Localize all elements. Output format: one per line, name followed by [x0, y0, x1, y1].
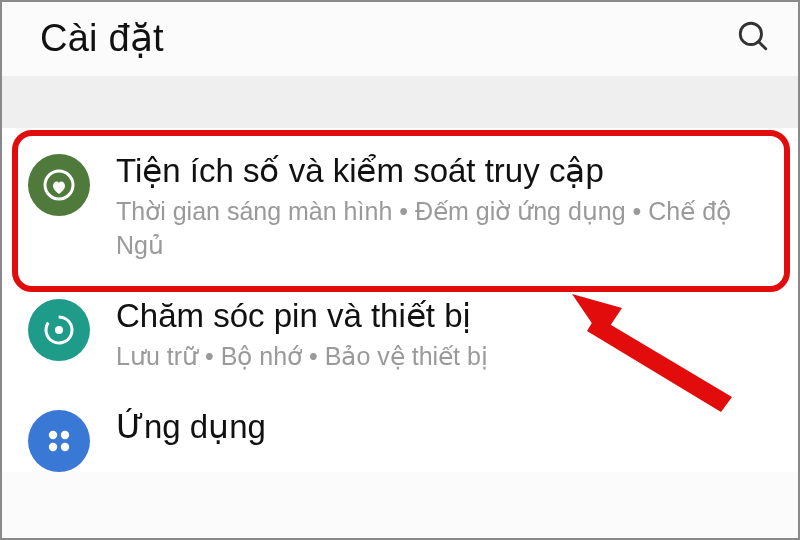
search-icon[interactable]	[736, 19, 770, 57]
svg-point-4	[55, 326, 63, 334]
device-care-icon	[28, 299, 90, 361]
settings-screen: Cài đặt Tiện ích số và kiểm soát truy cậ…	[0, 0, 800, 540]
svg-line-1	[759, 42, 766, 49]
item-title: Ứng dụng	[116, 406, 772, 447]
item-body: Ứng dụng	[116, 406, 772, 450]
item-body: Chăm sóc pin và thiết bị Lưu trữ • Bộ nh…	[116, 295, 772, 374]
svg-point-5	[49, 431, 57, 439]
svg-point-7	[49, 443, 57, 451]
svg-point-8	[61, 443, 69, 451]
item-title: Tiện ích số và kiểm soát truy cập	[116, 150, 772, 191]
wellbeing-icon	[28, 154, 90, 216]
svg-point-6	[61, 431, 69, 439]
header-bar: Cài đặt	[2, 2, 798, 70]
apps-icon	[28, 410, 90, 472]
item-title: Chăm sóc pin và thiết bị	[116, 295, 772, 336]
settings-list: Tiện ích số và kiểm soát truy cập Thời g…	[2, 128, 798, 472]
item-subtitle: Thời gian sáng màn hình • Đếm giờ ứng dụ…	[116, 195, 772, 263]
item-body: Tiện ích số và kiểm soát truy cập Thời g…	[116, 150, 772, 263]
item-subtitle: Lưu trữ • Bộ nhớ • Bảo vệ thiết bị	[116, 340, 772, 374]
section-gap	[2, 76, 798, 128]
settings-item-apps[interactable]: Ứng dụng	[2, 392, 798, 472]
settings-item-digital-wellbeing[interactable]: Tiện ích số và kiểm soát truy cập Thời g…	[2, 128, 798, 281]
settings-item-device-care[interactable]: Chăm sóc pin và thiết bị Lưu trữ • Bộ nh…	[2, 281, 798, 392]
page-title: Cài đặt	[40, 16, 164, 60]
